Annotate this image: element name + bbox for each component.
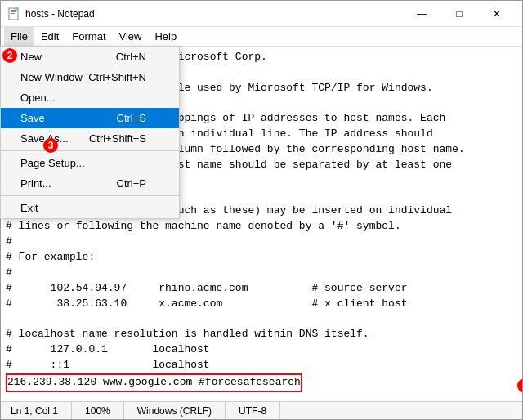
svg-rect-3 (11, 13, 15, 14)
menu-item-new-window-label: New Window (20, 71, 83, 83)
menu-item-new-window-shortcut: Ctrl+Shift+N (88, 71, 146, 83)
menu-item-print[interactable]: Print... Ctrl+P (1, 173, 179, 194)
zoom-level: 100% (85, 405, 110, 417)
menu-item-save-label: Save (20, 112, 45, 124)
menu-item-page-setup[interactable]: Page Setup... (1, 153, 179, 173)
menu-item-new-shortcut: Ctrl+N (116, 51, 146, 63)
badge-2: 2 (2, 48, 17, 63)
status-bar: Ln 1, Col 1 100% Windows (CRLF) UTF-8 (1, 401, 522, 419)
notepad-window: hosts - Notepad — □ ✕ File Edit Format V… (0, 0, 523, 420)
encoding: UTF-8 (239, 405, 266, 417)
status-encoding: UTF-8 (226, 402, 280, 419)
line-ending: Windows (CRLF) (137, 405, 212, 417)
window-controls: — □ ✕ (403, 1, 516, 27)
minimize-button[interactable]: — (403, 1, 440, 27)
cursor-position: Ln 1, Col 1 (11, 405, 58, 417)
menu-item-save-as[interactable]: Save As... Ctrl+Shift+S (1, 128, 179, 149)
menu-item-open[interactable]: Open... (1, 87, 179, 108)
menu-file[interactable]: File (4, 27, 34, 46)
menu-item-new-label: New (20, 51, 42, 63)
file-menu-list: New Ctrl+N New Window Ctrl+Shift+N Open.… (0, 46, 180, 219)
menu-item-print-label: Print... (20, 177, 51, 190)
menu-item-save-shortcut: Ctrl+S (117, 112, 146, 124)
menu-item-open-label: Open... (20, 92, 56, 104)
title-bar: hosts - Notepad — □ ✕ (1, 1, 522, 27)
svg-rect-4 (15, 7, 18, 11)
menu-edit[interactable]: Edit (34, 27, 65, 46)
menu-bar: File Edit Format View Help 2 (1, 27, 522, 47)
menu-format[interactable]: Format (65, 27, 112, 46)
separator-1 (1, 150, 179, 151)
badge-3: 3 (43, 138, 58, 153)
menu-view[interactable]: View (113, 27, 149, 46)
menu-item-exit[interactable]: Exit (1, 198, 179, 218)
menu-item-exit-label: Exit (20, 202, 38, 214)
window-title: hosts - Notepad (25, 8, 403, 20)
app-icon (7, 7, 20, 20)
menu-item-print-shortcut: Ctrl+P (117, 177, 146, 190)
separator-2 (1, 195, 179, 196)
menu-item-new[interactable]: New Ctrl+N (1, 47, 179, 67)
menu-item-page-setup-label: Page Setup... (20, 157, 85, 169)
svg-rect-2 (11, 11, 16, 12)
status-line-ending: Windows (CRLF) (124, 402, 226, 419)
menu-item-save-as-shortcut: Ctrl+Shift+S (89, 132, 146, 145)
menu-item-save[interactable]: ➜ Save Ctrl+S (1, 108, 179, 128)
menu-item-new-window[interactable]: New Window Ctrl+Shift+N (1, 67, 179, 87)
status-zoom: 100% (72, 402, 124, 419)
status-position: Ln 1, Col 1 (7, 402, 72, 419)
highlighted-line: 216.239.38.120 www.google.com #forcesafe… (6, 373, 302, 392)
maximize-button[interactable]: □ (440, 1, 478, 27)
file-menu-dropdown: New Ctrl+N New Window Ctrl+Shift+N Open.… (0, 46, 180, 219)
close-button[interactable]: ✕ (478, 1, 516, 27)
menu-help[interactable]: Help (148, 27, 183, 46)
